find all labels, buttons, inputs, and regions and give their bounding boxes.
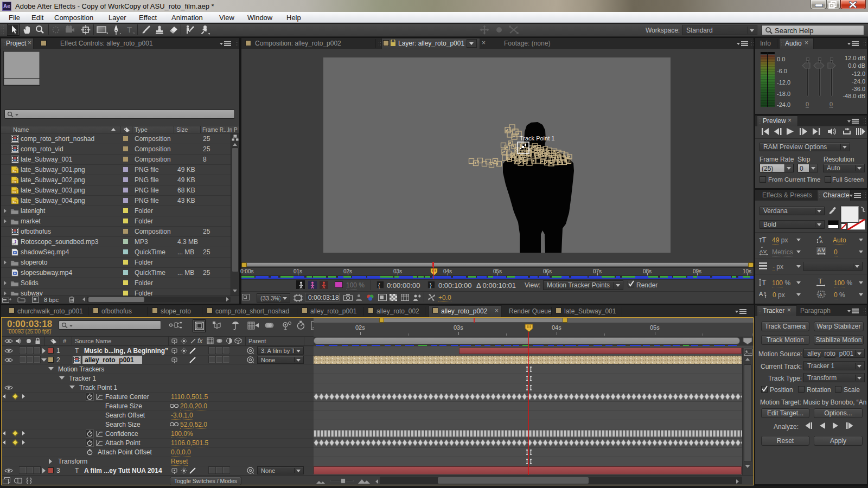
- svg-text:Fw: Fw: [13, 170, 17, 173]
- svg-text:Fw: Fw: [13, 190, 17, 194]
- svg-text:T: T: [818, 278, 822, 285]
- svg-text:A: A: [760, 249, 763, 254]
- svg-text:Track Point 1: Track Point 1: [520, 135, 554, 142]
- svg-text:V: V: [822, 247, 825, 253]
- svg-text:T: T: [762, 235, 767, 243]
- svg-text:Fw: Fw: [13, 201, 17, 204]
- svg-text:T: T: [75, 347, 79, 354]
- svg-text:fx: fx: [197, 337, 203, 344]
- svg-text:T: T: [75, 467, 79, 474]
- svg-text:T: T: [762, 278, 767, 287]
- svg-text:A: A: [759, 291, 763, 297]
- svg-text:V: V: [763, 249, 767, 254]
- svg-text:A: A: [819, 292, 822, 297]
- svg-text:A: A: [818, 247, 821, 253]
- svg-text:A: A: [820, 239, 823, 244]
- svg-text:T: T: [127, 25, 132, 34]
- svg-text:a: a: [764, 291, 766, 295]
- svg-text:Fw: Fw: [13, 180, 17, 183]
- svg-text:MP3: MP3: [12, 243, 16, 245]
